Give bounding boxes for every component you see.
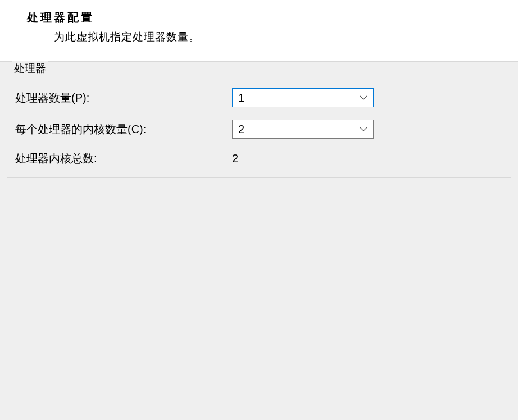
row-cores-per-processor: 每个处理器的内核数量(C): 2	[7, 120, 511, 139]
select-cores-per-processor-value: 2	[238, 123, 244, 136]
row-total-cores: 处理器内核总数: 2	[7, 151, 511, 166]
select-processor-count-value: 1	[238, 92, 244, 104]
select-processor-count-wrap: 1	[232, 88, 374, 107]
content-area: 处理器 处理器数量(P): 1 每个处理器的内核数量(C): 2	[0, 61, 518, 420]
page-description: 为此虚拟机指定处理器数量。	[54, 30, 518, 44]
row-processor-count: 处理器数量(P): 1	[7, 88, 511, 107]
select-processor-count[interactable]: 1	[232, 88, 374, 107]
header-area: 处理器配置 为此虚拟机指定处理器数量。	[0, 0, 518, 61]
label-total-cores: 处理器内核总数:	[15, 151, 232, 166]
label-cores-per-processor: 每个处理器的内核数量(C):	[15, 122, 232, 137]
select-cores-per-processor[interactable]: 2	[232, 120, 374, 139]
page-title: 处理器配置	[27, 10, 518, 25]
chevron-down-icon	[360, 95, 367, 100]
label-processor-count: 处理器数量(P):	[15, 90, 232, 106]
chevron-down-icon	[360, 127, 367, 131]
processor-group: 处理器 处理器数量(P): 1 每个处理器的内核数量(C): 2	[7, 69, 511, 178]
select-cores-per-processor-wrap: 2	[232, 120, 374, 139]
group-legend: 处理器	[12, 61, 48, 76]
value-total-cores: 2	[232, 152, 238, 165]
